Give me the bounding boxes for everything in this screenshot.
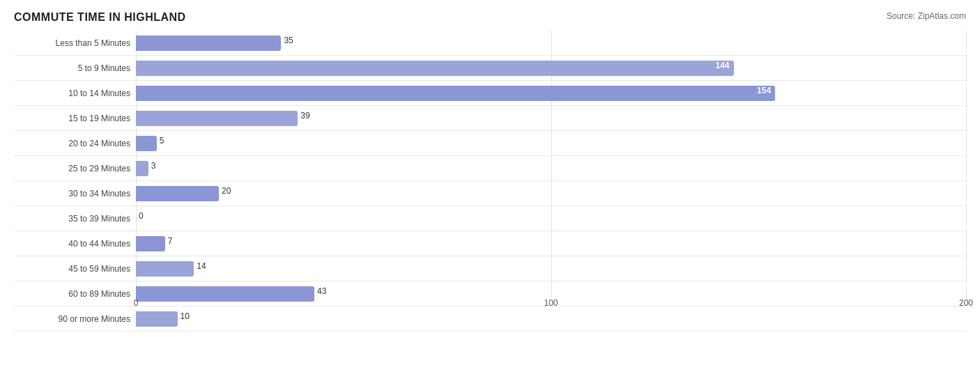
bar-row: 15 to 19 Minutes39 [14, 106, 966, 131]
grid-line [966, 31, 967, 298]
bar-value-label: 43 [317, 286, 326, 296]
bar-label: 5 to 9 Minutes [14, 63, 136, 73]
bar-fill: 35 [136, 36, 281, 51]
bar-value-label: 7 [168, 236, 173, 246]
bar-track: 144 [136, 56, 966, 80]
bar-track: 7 [136, 231, 966, 256]
bar-label: 40 to 44 Minutes [14, 239, 136, 249]
x-tick-label: 100 [544, 298, 558, 308]
bar-label: 20 to 24 Minutes [14, 139, 136, 148]
bar-fill: 154 [136, 86, 775, 101]
bar-fill: 5 [136, 136, 157, 151]
bar-row: 35 to 39 Minutes0 [14, 206, 966, 231]
bar-value-label: 3 [151, 161, 156, 171]
bar-value-label: 0 [139, 211, 144, 221]
bar-track: 20 [136, 181, 966, 205]
bar-row: 10 to 14 Minutes154 [14, 81, 966, 106]
bar-track: 14 [136, 256, 966, 281]
bars-area: Less than 5 Minutes355 to 9 Minutes14410… [14, 31, 966, 298]
bar-value-label: 154 [757, 86, 771, 95]
bar-fill: 7 [136, 236, 165, 251]
bar-track: 0 [136, 206, 966, 231]
bar-row: 5 to 9 Minutes144 [14, 56, 966, 81]
chart-header: COMMUTE TIME IN HIGHLAND Source: ZipAtla… [14, 11, 966, 24]
bar-row: 20 to 24 Minutes5 [14, 131, 966, 156]
bar-value-label: 14 [197, 261, 206, 271]
bar-label: 90 or more Minutes [14, 314, 136, 324]
bar-row: 30 to 34 Minutes20 [14, 181, 966, 206]
bar-label: 15 to 19 Minutes [14, 114, 136, 123]
bar-value-label: 35 [284, 36, 293, 45]
chart-title: COMMUTE TIME IN HIGHLAND [14, 11, 186, 24]
bar-track: 39 [136, 106, 966, 130]
bar-fill: 14 [136, 261, 194, 277]
bar-value-label: 5 [160, 136, 164, 146]
bar-value-label: 39 [300, 111, 309, 121]
bar-value-label: 20 [222, 186, 231, 196]
bar-track: 5 [136, 131, 966, 155]
chart-container: COMMUTE TIME IN HIGHLAND Source: ZipAtla… [0, 0, 980, 365]
bar-label: 10 to 14 Minutes [14, 88, 136, 98]
x-tick-label: 200 [959, 298, 973, 308]
bar-row: 45 to 59 Minutes14 [14, 256, 966, 281]
bar-label: 45 to 59 Minutes [14, 264, 136, 274]
bar-value-label: 144 [715, 61, 729, 70]
bar-track: 154 [136, 81, 966, 105]
bar-row: Less than 5 Minutes35 [14, 31, 966, 56]
bar-row: 25 to 29 Minutes3 [14, 156, 966, 181]
bar-label: 60 to 89 Minutes [14, 289, 136, 299]
bar-fill: 39 [136, 111, 298, 126]
bar-label: 25 to 29 Minutes [14, 164, 136, 173]
x-axis: 0100200 [136, 298, 966, 315]
x-tick-label: 0 [134, 298, 139, 308]
bar-label: 35 to 39 Minutes [14, 214, 136, 224]
bar-row: 40 to 44 Minutes7 [14, 231, 966, 256]
bar-fill: 3 [136, 161, 148, 176]
chart-body: Less than 5 Minutes355 to 9 Minutes14410… [14, 31, 966, 315]
bar-track: 35 [136, 31, 966, 55]
bar-fill: 144 [136, 61, 734, 76]
chart-source: Source: ZipAtlas.com [887, 11, 966, 21]
bar-label: Less than 5 Minutes [14, 38, 136, 48]
bar-track: 3 [136, 156, 966, 180]
bar-fill: 20 [136, 186, 219, 201]
bar-label: 30 to 34 Minutes [14, 189, 136, 199]
